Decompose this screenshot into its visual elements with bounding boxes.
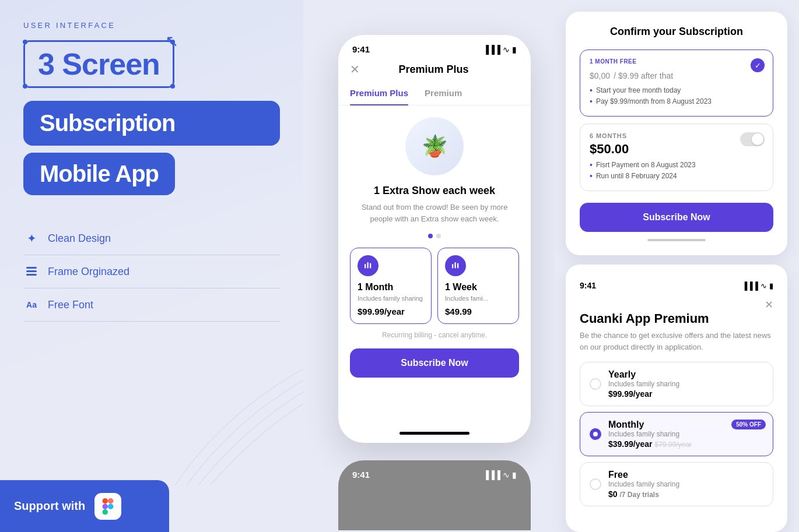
svg-rect-10 xyxy=(370,263,371,269)
home-bar-middle xyxy=(400,432,469,435)
premium-card-header: 9:41 ▐▐▐ ∿ ▮ xyxy=(580,276,773,295)
home-bar-confirm xyxy=(647,239,706,241)
phone-bottom-time: 9:41 xyxy=(352,470,370,480)
feature-item-clean-design: ✦ Clean Design xyxy=(23,222,280,255)
screen-badge-text: 3 Screen xyxy=(38,47,160,82)
premium-status-row: 9:41 ▐▐▐ ∿ ▮ xyxy=(580,276,773,295)
feature-item-free-font: Aa Free Font xyxy=(23,288,280,322)
pricing-price-free: $0 /7 Day trials xyxy=(608,489,763,499)
subscription-label-btn: Subscription xyxy=(23,101,280,146)
phone-title-middle: Premium Plus xyxy=(360,64,507,76)
pricing-option-yearly[interactable]: Yearly Includes family sharing $99.99/ye… xyxy=(580,362,773,406)
feature-desc-middle: Stand out from the crowd! Be seen by mor… xyxy=(350,202,519,224)
plan-option-6months[interactable]: 6 MONTHS $50.00 Fisrt Payment on 8 Augus… xyxy=(580,124,773,191)
svg-rect-3 xyxy=(103,498,108,504)
plan-months-label: 6 MONTHS xyxy=(590,132,763,139)
confirm-subscription-card: Confirm your Subscription 1 MONTH FREE $… xyxy=(566,12,787,255)
svg-rect-12 xyxy=(455,262,456,269)
phone-bottom-status: 9:41 ▐▐▐ ∿ ▮ xyxy=(338,460,531,484)
svg-rect-11 xyxy=(452,264,453,269)
wifi-icon: ∿ xyxy=(503,45,510,54)
plan-badge-1month: 1 MONTH FREE xyxy=(590,58,763,65)
pricing-info-yearly: Yearly Includes family sharing $99.99/ye… xyxy=(608,369,763,399)
svg-rect-2 xyxy=(26,274,37,276)
plan-name-month: 1 Month xyxy=(358,282,424,293)
pricing-sub-free: Includes family sharing xyxy=(608,480,763,488)
decorative-lines xyxy=(175,369,303,485)
premium-battery-icon: ▮ xyxy=(769,281,773,290)
screen-badge-wrap: ↖ 3 Screen xyxy=(23,40,280,88)
svg-rect-5 xyxy=(103,503,108,509)
pricing-option-free[interactable]: Free Includes family sharing $0 /7 Day t… xyxy=(580,462,773,506)
phone-tabs: Premium Plus Premium xyxy=(338,83,531,105)
plan-icon-month xyxy=(358,255,379,276)
support-text: Support with xyxy=(14,499,85,513)
radio-free xyxy=(590,478,601,490)
subscribe-button-confirm[interactable]: Subscribe Now xyxy=(580,203,773,232)
plan-cards: 1 Month Includes family sharing $99.99/y… xyxy=(350,248,519,324)
mobile-app-label-btn: Mobile App xyxy=(23,153,175,195)
plan-price-month: $99.99/year xyxy=(358,306,424,316)
plan-bullet-3: Fisrt Payment on 8 August 2023 xyxy=(590,160,763,170)
feature-item-frame-organized: Frame Orginazed xyxy=(23,255,280,288)
right-panel: Confirm your Subscription 1 MONTH FREE $… xyxy=(554,0,799,532)
plan-bullet-1: Start your free month today xyxy=(590,86,763,95)
sparkle-icon: ✦ xyxy=(23,230,40,246)
pricing-name-free: Free xyxy=(608,470,763,480)
feature-image: 🪴 xyxy=(405,117,464,175)
battery-icon: ▮ xyxy=(512,45,517,54)
billing-note: Recurring billing - cancel anytime. xyxy=(350,331,519,339)
subscribe-button-middle[interactable]: Subscribe Now xyxy=(350,348,519,378)
battery-icon-bottom: ▮ xyxy=(512,470,517,480)
pricing-option-monthly[interactable]: Monthly Includes family sharing $39.99/y… xyxy=(580,412,773,456)
svg-rect-13 xyxy=(457,263,458,269)
plan-card-week[interactable]: 1 Week Includes fami... $49.99 xyxy=(437,248,519,324)
phone-status-middle: 9:41 ▐▐▐ ∿ ▮ xyxy=(338,35,531,59)
premium-card: 9:41 ▐▐▐ ∿ ▮ ✕ Cuanki App Premium Be the… xyxy=(566,265,787,532)
close-icon-premium[interactable]: ✕ xyxy=(765,298,773,311)
phone-middle: 9:41 ▐▐▐ ∿ ▮ ✕ Premium Plus Premium Plus… xyxy=(338,35,531,443)
confirm-title: Confirm your Subscription xyxy=(580,26,773,38)
tab-premium-plus[interactable]: Premium Plus xyxy=(350,83,408,105)
wifi-icon-bottom: ∿ xyxy=(503,470,510,480)
close-icon-middle[interactable]: ✕ xyxy=(350,62,360,76)
svg-rect-7 xyxy=(103,509,108,515)
plan-name-week: 1 Week xyxy=(445,282,511,293)
cursor-icon: ↖ xyxy=(165,31,178,51)
figma-icon xyxy=(94,493,121,520)
signal-icon: ▐▐▐ xyxy=(483,45,500,54)
phone-header-middle: ✕ Premium Plus xyxy=(338,59,531,83)
ui-label: USER INTERFACE xyxy=(23,21,280,30)
font-icon: Aa xyxy=(23,297,40,313)
left-panel: USER INTERFACE ↖ 3 Screen Subscription M… xyxy=(0,0,303,532)
radio-yearly xyxy=(590,378,601,390)
feature-list: ✦ Clean Design Frame Orginazed Aa Free F… xyxy=(23,222,280,322)
layers-icon xyxy=(23,263,40,280)
pricing-price-yearly: $99.99/year xyxy=(608,389,763,399)
feature-label-font: Free Font xyxy=(48,299,93,311)
plan-option-1month[interactable]: 1 MONTH FREE $0,00 / $9.99 after that ✓ … xyxy=(580,50,773,117)
plan-price-week: $49.99 xyxy=(445,306,511,316)
svg-rect-8 xyxy=(365,264,366,269)
toggle-6months[interactable] xyxy=(740,132,765,146)
phone-bottom: 9:41 ▐▐▐ ∿ ▮ xyxy=(338,460,531,530)
plan-card-month[interactable]: 1 Month Includes family sharing $99.99/y… xyxy=(350,248,432,324)
dot-inactive xyxy=(436,234,441,238)
plan-bullet-4: Run until 8 February 2024 xyxy=(590,171,763,181)
plan-sub-week: Includes fami... xyxy=(445,295,511,302)
plan-check-1month: ✓ xyxy=(751,58,765,72)
pricing-sub-yearly: Includes family sharing xyxy=(608,380,763,388)
toggle-knob xyxy=(752,133,763,145)
premium-title: Cuanki App Premium xyxy=(580,311,773,326)
tab-premium[interactable]: Premium xyxy=(425,83,462,105)
phone-content: 🪴 1 Extra Show each week Stand out from … xyxy=(338,105,531,426)
premium-desc: Be the chance to get exclusive offers an… xyxy=(580,330,773,353)
plan-bullet-2: Pay $9.99/month from 8 August 2023 xyxy=(590,97,763,106)
svg-rect-0 xyxy=(26,267,37,269)
svg-rect-4 xyxy=(108,498,114,504)
off-badge-monthly: 50% OFF xyxy=(731,420,766,429)
phone-icons-middle: ▐▐▐ ∿ ▮ xyxy=(483,45,517,54)
feature-label-clean: Clean Design xyxy=(48,232,111,245)
premium-signal-icon: ▐▐▐ xyxy=(742,281,758,290)
phone-time-middle: 9:41 xyxy=(352,44,370,54)
